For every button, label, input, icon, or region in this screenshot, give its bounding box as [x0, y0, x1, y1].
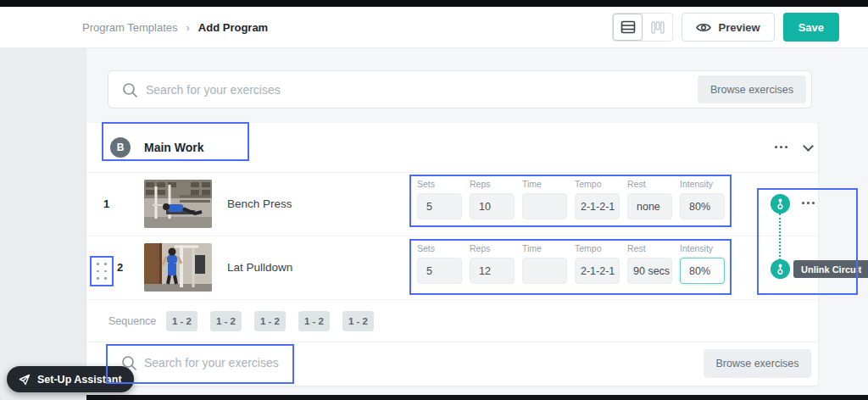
exercise-name: Lat Pulldown	[227, 261, 292, 274]
page-title: Add Program	[198, 21, 268, 34]
list-view-icon	[620, 20, 636, 34]
section-badge: B	[110, 137, 131, 158]
intensity-input[interactable]	[680, 193, 725, 219]
window-bottom-edge	[86, 395, 868, 400]
program-builder-screen: Program Templates › Add Program	[0, 0, 868, 400]
field-intensity: Intensity	[680, 179, 725, 219]
rest-input[interactable]	[627, 193, 672, 219]
sets-input[interactable]	[417, 193, 462, 219]
sequence-button[interactable]: 1 - 2	[342, 311, 374, 331]
row-divider	[86, 299, 818, 300]
sequence-button[interactable]: 1 - 2	[166, 311, 198, 331]
exercise-row-number: 2	[117, 261, 123, 274]
section-title: Main Work	[144, 141, 204, 154]
field-label: Reps	[470, 243, 515, 253]
sequence-button[interactable]: 1 - 2	[254, 311, 286, 331]
field-label: Sets	[417, 179, 462, 189]
board-view-icon	[651, 21, 665, 34]
field-label: Tempo	[575, 179, 620, 189]
field-label: Rest	[627, 179, 672, 189]
breadcrumb-separator-icon: ›	[186, 21, 189, 34]
field-sets: Sets	[417, 243, 462, 284]
drag-handle[interactable]	[94, 260, 109, 282]
circuit-link-icon-top[interactable]	[771, 194, 790, 214]
field-label: Reps	[470, 179, 515, 189]
field-intensity: Intensity	[680, 243, 725, 284]
exercise-thumbnail-lat-pulldown[interactable]	[144, 243, 212, 292]
search-icon	[122, 82, 138, 98]
field-sets: Sets	[417, 179, 462, 219]
reps-input[interactable]	[470, 258, 515, 284]
row-divider	[86, 236, 818, 236]
list-view-button[interactable]	[613, 14, 643, 41]
field-label: Intensity	[680, 243, 725, 253]
setup-assistant-button[interactable]: Set-Up Assistant	[7, 366, 134, 392]
field-rest: Rest	[627, 243, 672, 284]
field-time: Time	[522, 243, 567, 284]
paper-plane-icon	[19, 374, 31, 386]
browse-exercises-button-bottom[interactable]: Browse exercises	[704, 349, 811, 378]
section-more-options-icon[interactable]	[775, 146, 787, 148]
time-input[interactable]	[522, 258, 567, 284]
breadcrumb-parent-link[interactable]: Program Templates	[82, 21, 177, 34]
exercise-search-card-top: Browse exercises	[108, 70, 812, 108]
field-reps: Reps	[470, 243, 515, 284]
field-time: Time	[522, 179, 567, 219]
circuit-more-options-icon[interactable]	[802, 202, 815, 204]
field-label: Intensity	[680, 179, 725, 189]
field-tempo: Tempo	[575, 179, 620, 219]
exercise-row-number: 1	[103, 197, 109, 210]
sets-input[interactable]	[417, 258, 462, 284]
header-bar: Program Templates › Add Program	[0, 7, 868, 48]
exercise-thumbnail-bench-press[interactable]	[144, 180, 212, 228]
tempo-input[interactable]	[575, 258, 620, 284]
reps-input[interactable]	[470, 193, 515, 219]
circuit-link-line	[779, 214, 781, 260]
view-toggle-group	[612, 13, 673, 42]
browse-exercises-button-top[interactable]: Browse exercises	[698, 75, 806, 103]
exercise-name: Bench Press	[227, 197, 292, 210]
exercise-search-input-top[interactable]	[146, 72, 671, 107]
sequence-button[interactable]: 1 - 2	[298, 311, 330, 331]
field-label: Rest	[627, 243, 672, 253]
preview-button[interactable]: Preview	[682, 13, 774, 42]
breadcrumb: Program Templates › Add Program	[82, 7, 268, 47]
header-actions: Preview Save	[612, 7, 839, 47]
field-label: Tempo	[575, 243, 620, 253]
row-divider	[86, 172, 818, 173]
unlink-circuit-tooltip: Unlink Circuit	[793, 260, 868, 278]
preview-button-label: Preview	[718, 21, 760, 34]
circuit-link-icon-bottom[interactable]	[771, 259, 790, 279]
left-gutter	[0, 48, 86, 400]
section-collapse-chevron-icon[interactable]	[803, 141, 814, 152]
board-view-button[interactable]	[643, 14, 672, 41]
field-reps: Reps	[470, 179, 515, 219]
exercise-search-input-bottom[interactable]	[144, 346, 619, 380]
rest-input[interactable]	[627, 258, 672, 284]
time-input[interactable]	[522, 193, 567, 219]
field-label: Time	[522, 243, 567, 253]
sequence-button[interactable]: 1 - 2	[210, 311, 242, 331]
sequence-label: Sequence	[108, 315, 156, 327]
intensity-input-focused[interactable]	[680, 258, 725, 284]
field-label: Sets	[417, 243, 462, 253]
setup-assistant-label: Set-Up Assistant	[37, 374, 122, 386]
tempo-input[interactable]	[575, 193, 620, 219]
field-label: Time	[522, 179, 567, 189]
field-rest: Rest	[627, 179, 672, 219]
save-button[interactable]: Save	[783, 13, 839, 42]
field-tempo: Tempo	[575, 243, 620, 284]
row-divider	[86, 342, 818, 342]
window-top-edge	[0, 0, 868, 7]
eye-icon	[696, 22, 711, 33]
